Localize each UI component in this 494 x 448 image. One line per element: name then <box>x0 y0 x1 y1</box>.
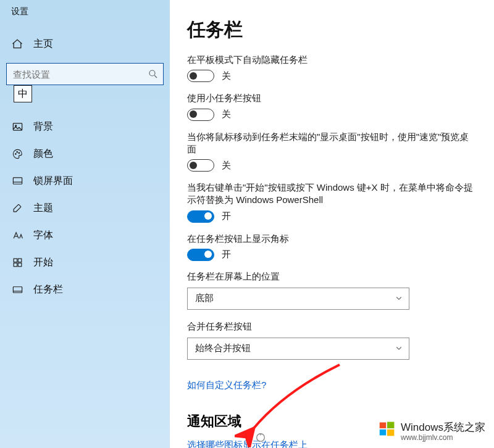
sidebar-item-lockscreen[interactable]: 锁屏界面 <box>0 167 170 194</box>
settings-label: 设置 <box>0 4 170 22</box>
svg-point-3 <box>15 153 16 154</box>
setting-badges: 在任务栏按钮上显示角标 开 <box>187 233 477 261</box>
svg-point-2 <box>15 125 16 126</box>
toggle-state: 关 <box>222 70 231 82</box>
palette-icon <box>11 147 23 160</box>
setting-desc: 当你将鼠标移动到任务栏末端的"显示桌面"按钮时，使用"速览"预览桌面 <box>187 131 477 156</box>
sidebar-item-label: 背景 <box>33 120 53 133</box>
sidebar-item-label: 锁屏界面 <box>33 175 73 188</box>
site-watermark: Windows系统之家 www.bjjmlv.com <box>379 420 485 442</box>
svg-rect-10 <box>18 263 22 267</box>
search-input[interactable] <box>6 63 164 85</box>
settings-main: 任务栏 在平板模式下自动隐藏任务栏 关 使用小任务栏按钮 关 当你将鼠标移动到任… <box>170 0 494 448</box>
setting-desc: 使用小任务栏按钮 <box>187 92 477 104</box>
chevron-down-icon <box>395 343 403 354</box>
sidebar-item-label: 主题 <box>33 202 53 215</box>
brush-icon <box>11 202 23 214</box>
svg-rect-7 <box>14 259 17 262</box>
start-menu-icon <box>11 256 23 268</box>
sidebar-item-start[interactable]: 开始 <box>0 249 170 276</box>
setting-desc: 在任务栏按钮上显示角标 <box>187 233 477 245</box>
setting-desc: 当我右键单击"开始"按钮或按下 Windows 键+X 时，在菜单中将命令提示符… <box>187 181 477 207</box>
toggle-peek-desktop[interactable] <box>187 159 214 172</box>
sidebar-item-taskbar[interactable]: 任务栏 <box>0 276 170 303</box>
sidebar-item-fonts[interactable]: 字体 <box>0 222 170 249</box>
toggle-small-buttons[interactable] <box>187 109 214 121</box>
home-icon <box>11 38 23 50</box>
combine-label: 合并任务栏按钮 <box>187 321 477 333</box>
settings-sidebar: 设置 主页 中 背景 <box>0 0 170 448</box>
sidebar-home[interactable]: 主页 <box>0 31 170 57</box>
setting-desc: 在平板模式下自动隐藏任务栏 <box>187 54 477 66</box>
svg-rect-14 <box>387 422 394 429</box>
chevron-down-icon <box>395 293 403 304</box>
page-title: 任务栏 <box>187 17 477 43</box>
svg-rect-6 <box>13 177 22 183</box>
setting-powershell: 当我右键单击"开始"按钮或按下 Windows 键+X 时，在菜单中将命令提示符… <box>187 181 477 223</box>
cursor-icon <box>255 432 266 446</box>
svg-rect-11 <box>13 286 22 292</box>
svg-rect-16 <box>387 429 394 436</box>
toggle-badges[interactable] <box>187 249 214 261</box>
svg-point-0 <box>149 70 155 76</box>
windows-logo-icon <box>379 420 396 438</box>
svg-point-4 <box>16 151 17 152</box>
combine-dropdown[interactable]: 始终合并按钮 <box>187 338 409 360</box>
toggle-auto-hide-tablet[interactable] <box>187 70 214 82</box>
toggle-state: 关 <box>222 109 231 120</box>
sidebar-item-label: 字体 <box>33 229 53 242</box>
search-icon <box>148 68 159 80</box>
sidebar-item-label: 颜色 <box>33 147 53 160</box>
toggle-powershell[interactable] <box>187 210 214 223</box>
svg-rect-15 <box>380 429 387 436</box>
setting-peek-desktop: 当你将鼠标移动到任务栏末端的"显示桌面"按钮时，使用"速览"预览桌面 关 <box>187 131 477 172</box>
toggle-state: 开 <box>222 210 231 222</box>
svg-point-5 <box>19 152 20 154</box>
toggle-state: 开 <box>222 249 231 260</box>
sidebar-home-label: 主页 <box>33 38 53 51</box>
taskbar-icon <box>11 283 23 296</box>
sidebar-item-colors[interactable]: 颜色 <box>0 140 170 167</box>
dropdown-value: 底部 <box>195 292 214 304</box>
sidebar-item-label: 任务栏 <box>33 283 63 296</box>
taskbar-position-dropdown[interactable]: 底部 <box>187 288 409 310</box>
watermark-url: www.bjjmlv.com <box>401 433 485 442</box>
toggle-state: 关 <box>222 160 231 172</box>
svg-rect-8 <box>18 259 22 262</box>
taskbar-position-label: 任务栏在屏幕上的位置 <box>187 271 477 283</box>
sidebar-item-label: 开始 <box>33 256 53 269</box>
ime-badge[interactable]: 中 <box>14 85 32 102</box>
setting-auto-hide-tablet: 在平板模式下自动隐藏任务栏 关 <box>187 54 477 82</box>
sidebar-item-themes[interactable]: 主题 <box>0 194 170 222</box>
link-select-taskbar-icons[interactable]: 选择哪些图标显示在任务栏上 <box>187 439 308 448</box>
lockscreen-icon <box>11 175 23 187</box>
picture-icon <box>11 120 23 133</box>
sidebar-search <box>6 63 164 85</box>
sidebar-item-background[interactable]: 背景 <box>0 113 170 140</box>
link-customize-taskbar[interactable]: 如何自定义任务栏? <box>187 380 266 391</box>
dropdown-value: 始终合并按钮 <box>195 342 251 354</box>
font-icon <box>11 229 23 241</box>
svg-rect-13 <box>380 423 387 429</box>
svg-rect-9 <box>14 263 17 267</box>
watermark-title: Windows系统之家 <box>401 420 485 434</box>
setting-small-buttons: 使用小任务栏按钮 关 <box>187 92 477 120</box>
